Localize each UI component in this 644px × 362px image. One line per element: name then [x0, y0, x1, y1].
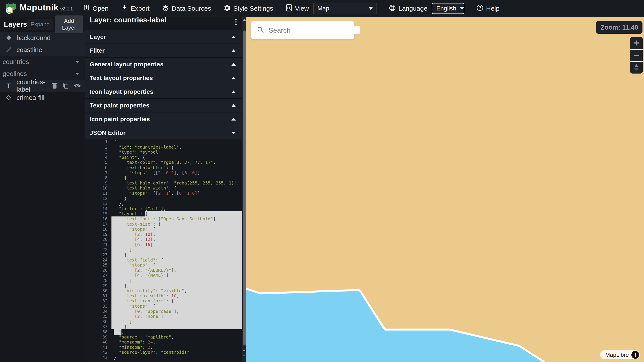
view-icon — [286, 4, 292, 13]
code-line: 29 }, — [86, 283, 242, 288]
attribution-link[interactable]: MapLibre — [605, 351, 629, 358]
line-number: 40 — [86, 339, 112, 345]
code-line: 40 "maxzoom": 24, — [86, 339, 242, 345]
view-button[interactable]: View — [286, 4, 309, 13]
code-line: 30 "visibility": "visible", — [86, 288, 242, 293]
caret-up-icon — [232, 36, 236, 38]
symbol-icon: T — [5, 82, 12, 89]
section-icon-layout-properties[interactable]: Icon layout properties — [86, 85, 242, 98]
code-line: 42 "source-layer": "centroids" — [86, 350, 242, 355]
brand: Maputnik v2.1.1 — [5, 3, 73, 14]
line-number: 39 — [86, 335, 112, 340]
export-button[interactable]: Export — [121, 4, 150, 13]
sidebar-item-coastline[interactable]: coastline — [0, 44, 86, 56]
code-line: 38 }, — [86, 329, 242, 335]
kebab-menu-icon[interactable] — [235, 19, 236, 25]
line-number: 31 — [86, 293, 112, 299]
chevron-down-icon[interactable] — [76, 61, 79, 63]
language-label: Language — [389, 4, 428, 13]
json-editor[interactable]: 1{2 "id": "countries-label",3 "type": "s… — [86, 139, 242, 360]
line-number: 21 — [86, 242, 112, 247]
sidebar-item-countries-label[interactable]: Tcountries-label — [0, 80, 86, 92]
line-number: 34 — [86, 309, 112, 314]
code-line: 41 "minzoom": 2, — [86, 345, 242, 350]
section-json-editor[interactable]: JSON Editor — [86, 126, 242, 139]
line-number: 30 — [86, 288, 112, 293]
view-select[interactable]: Map — [313, 3, 377, 14]
zoom-indicator: Zoom: 11.48 — [596, 21, 642, 34]
layer-editor-panel: Layer: countries-label LayerFilterGenera… — [86, 17, 246, 362]
data-sources-button[interactable]: Data Sources — [162, 4, 211, 13]
chevron-down-icon — [460, 8, 464, 10]
code-line: 14 "filter": ["all"], — [86, 206, 242, 212]
caret-up-icon — [232, 104, 236, 107]
code-line: 6 "text-halo-blur": { — [86, 165, 242, 170]
section-layer[interactable]: Layer — [86, 30, 242, 44]
language-select[interactable]: English — [432, 3, 464, 14]
code-line: 25 "stops": [ — [86, 263, 242, 268]
line-number: 8 — [86, 175, 112, 180]
caret-down-icon — [232, 132, 236, 134]
zoom-in-button[interactable]: + — [630, 37, 643, 49]
caret-up-icon — [232, 91, 236, 93]
scrollbar-thumb[interactable] — [243, 31, 246, 345]
section-general-layout-properties[interactable]: General layout properties — [86, 57, 242, 71]
water-polygon — [246, 17, 644, 362]
code-line: 13 }, — [86, 201, 242, 206]
section-text-layout-properties[interactable]: Text layout properties — [86, 71, 242, 85]
line-number: 36 — [86, 319, 112, 324]
code-line: 21 [6, 16] — [86, 242, 242, 247]
info-icon[interactable]: i — [632, 351, 639, 359]
section-filter[interactable]: Filter — [86, 44, 242, 57]
code-line: 31 "text-max-width": 10, — [86, 293, 242, 299]
code-line: 22 ] — [86, 247, 242, 252]
style-settings-button[interactable]: Style Settings — [224, 4, 273, 13]
scroll-down-arrow-icon[interactable] — [243, 354, 246, 356]
line-number: 4 — [86, 155, 112, 160]
sidebar-item-background[interactable]: background — [0, 32, 86, 44]
caret-up-icon — [232, 63, 236, 66]
topbar: Maputnik v2.1.1 Open Export — [0, 0, 644, 17]
layer-group-geolines[interactable]: geolines — [0, 68, 86, 80]
trash-icon[interactable] — [52, 82, 58, 89]
line-number: 1 — [86, 139, 112, 145]
duplicate-icon[interactable] — [62, 82, 69, 89]
search-input[interactable] — [268, 26, 360, 34]
toolbar-menu: Open Export Data Sources — [83, 3, 512, 14]
line-number: 20 — [86, 237, 112, 242]
code-line: 20 [4, 12], — [86, 237, 242, 242]
caret-up-icon — [232, 118, 236, 120]
open-button[interactable]: Open — [83, 4, 108, 13]
fill-icon — [5, 35, 12, 41]
help-button[interactable]: Help — [476, 4, 500, 13]
sidebar-item-crimea-fill[interactable]: crimea-fill — [0, 92, 86, 104]
chevron-down-icon[interactable] — [76, 73, 79, 75]
line-number: 17 — [86, 222, 112, 227]
fill-outline-icon — [5, 94, 12, 101]
line-number: 22 — [86, 247, 112, 252]
line-number: 42 — [86, 350, 112, 355]
eye-icon[interactable] — [74, 83, 81, 89]
map-canvas[interactable]: Zoom: 11.48 + − MapLibre i — [246, 17, 644, 362]
expand-button[interactable]: Expand — [27, 19, 53, 30]
line-number: 9 — [86, 180, 112, 186]
panel-scrollbar[interactable] — [242, 17, 246, 362]
section-icon-paint-properties[interactable]: Icon paint properties — [86, 112, 242, 126]
line-number: 41 — [86, 345, 112, 350]
code-line: 39 "source": "maplibre", — [86, 335, 242, 340]
scroll-up-arrow-icon[interactable] — [243, 19, 246, 21]
section-text-paint-properties[interactable]: Text paint properties — [86, 98, 242, 112]
scroll-up-arrow-icon[interactable] — [243, 349, 246, 351]
compass-button[interactable] — [630, 61, 643, 74]
layer-group-countries[interactable]: countries — [0, 56, 86, 68]
caret-up-icon — [232, 77, 236, 79]
add-layer-button[interactable]: Add Layer — [56, 16, 83, 33]
code-line: 16 "text-font": ["Open Sans Semibold"], — [86, 217, 242, 222]
code-line: 36 ] — [86, 319, 242, 324]
zoom-out-button[interactable]: − — [630, 49, 643, 61]
plus-icon: + — [634, 38, 639, 48]
code-line: 2 "id": "countries-label", — [86, 145, 242, 150]
line-number: 14 — [86, 206, 112, 212]
globe-icon — [389, 4, 396, 13]
line-number: 23 — [86, 252, 112, 258]
